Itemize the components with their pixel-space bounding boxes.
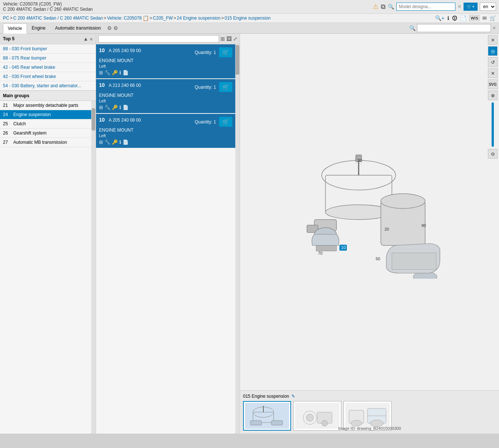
list-item[interactable]: 42 - 045 Rear wheel brake [0, 63, 96, 72]
circle-target-btn[interactable]: ◎ [488, 46, 498, 56]
filter-icon[interactable]: ⏼ [452, 15, 457, 21]
part-qty-row: Quantity: 1 🛒 [195, 82, 232, 92]
edit-icon[interactable]: ✎ [291, 394, 295, 399]
close-diagram-btn[interactable]: ✕ [488, 35, 498, 45]
zoom-slider[interactable] [492, 102, 494, 147]
tab-search-clear[interactable]: ✕ [492, 26, 496, 31]
bc-left: PC > C 200 4MATIC Sedan / C 260 4MATIC S… [3, 15, 271, 21]
svg-text:70: 70 [318, 251, 322, 255]
part-info-icon[interactable]: ℹ [119, 70, 121, 75]
top5-header: Top 5 ▲ « [0, 34, 96, 44]
model-search-input[interactable] [396, 3, 455, 11]
tab-search-icon[interactable]: 🔍 [409, 25, 416, 31]
part-key-icon[interactable]: 🔑 [112, 105, 118, 110]
tab-vehicle[interactable]: Vehicle [3, 23, 27, 34]
part-wrench-icon[interactable]: 🔧 [105, 139, 110, 145]
part-table-icon[interactable]: ⊞ [99, 70, 103, 75]
info-icon-bc[interactable]: ℹ [447, 15, 449, 21]
zoom-in-icon[interactable]: 🔍+ [435, 15, 444, 21]
tab-search-input[interactable] [417, 24, 491, 32]
table-view-icon[interactable]: ⊞ [221, 36, 225, 42]
tab-icon-gear1[interactable]: ⚙ [107, 25, 112, 31]
part-code: A 213 240 66 00 [109, 83, 141, 88]
expand-icon[interactable]: ⤢ [233, 36, 237, 42]
bc-engine-suspension[interactable]: 24 Engine suspension [177, 16, 221, 21]
diagram-area: 30 20 10 50 70 80 [240, 34, 499, 390]
right-toolbar: ✕ ◎ ↺ ✕ SVG ⊕ ⊖ [488, 35, 498, 159]
left-scrollbar-thumb[interactable] [92, 108, 95, 130]
list-item[interactable]: 25 Clutch [0, 119, 91, 129]
add-to-cart-button[interactable]: 🛒 [219, 117, 232, 127]
part-key-icon[interactable]: 🔑 [112, 70, 118, 75]
add-to-cart-button[interactable]: 🛒 [219, 47, 232, 57]
thumbnail-2[interactable] [293, 401, 341, 431]
tab-engine[interactable]: Engine [27, 23, 50, 33]
thumbnail-1[interactable] [243, 401, 291, 431]
part-table-icon[interactable]: ⊞ [99, 105, 103, 110]
list-item[interactable]: 54 - 030 Battery, starter and alternator… [0, 81, 96, 91]
part-wrench-icon[interactable]: 🔧 [105, 105, 110, 110]
bc-pc[interactable]: PC [3, 16, 9, 21]
cart-add-button[interactable]: 🛒+ [464, 3, 478, 11]
search-clear-icon[interactable]: ✕ [458, 4, 461, 9]
list-item[interactable]: 27 Automatic MB transmission [0, 138, 91, 147]
tab-icon-gear2[interactable]: ⚙ [113, 25, 118, 31]
part-info-icon[interactable]: ℹ [119, 139, 121, 145]
left-scrollbar[interactable] [91, 101, 96, 434]
part-item[interactable]: 10 A 213 240 66 00 Quantity: 1 🛒 ENGINE … [96, 79, 235, 113]
cross-btn[interactable]: ✕ [488, 68, 498, 78]
cart-icon-bc[interactable]: 🛒 [490, 15, 496, 21]
bc-c205-fw[interactable]: C205_FW [153, 16, 173, 21]
list-item[interactable]: 88 - 075 Rear bumper [0, 54, 96, 63]
warning-icon[interactable]: ⚠ [373, 3, 379, 11]
thumb-svg-3 [345, 403, 390, 429]
list-item[interactable]: 42 - 030 Front wheel brake [0, 72, 96, 81]
copy-icon[interactable]: ⧉ [381, 3, 386, 11]
part-position: 10 [99, 47, 105, 53]
part-desc: ENGINE MOUNT [99, 58, 232, 63]
list-item-active[interactable]: 24 Engine suspension [0, 110, 91, 119]
part-table-icon[interactable]: ⊞ [99, 139, 103, 145]
left-scroll-area: 21 Major assembly detachable parts 24 En… [0, 101, 96, 434]
bc-015-engine[interactable]: 015 Engine suspension [225, 16, 271, 21]
wis-icon[interactable]: WIS [469, 15, 479, 21]
bc-vehicle-model[interactable]: C 200 4MATIC Sedan / C 260 4MATIC Sedan [13, 16, 103, 21]
part-doc-icon[interactable]: 📄 [123, 105, 129, 110]
history-btn[interactable]: ↺ [488, 57, 498, 67]
part-item[interactable]: 10 A 205 240 08 00 Quantity: 1 🛒 ENGINE … [96, 114, 235, 148]
part-key-icon[interactable]: 🔑 [112, 139, 118, 145]
center-search-input[interactable] [98, 35, 219, 43]
list-item[interactable]: 21 Major assembly detachable parts [0, 101, 91, 110]
top5-double-arrow-btn[interactable]: « [90, 36, 93, 42]
part-doc-icon[interactable]: 📄 [123, 70, 129, 75]
top5-collapse-btn[interactable]: ▲ [83, 36, 88, 42]
center-scrollbar[interactable] [235, 44, 240, 434]
image-view-icon[interactable]: 🖼 [226, 36, 232, 42]
center-scrollbar-thumb[interactable] [236, 45, 239, 75]
image-id-label: Image ID: drawing_B24015000300 [338, 426, 401, 431]
part-sub: Left [99, 99, 232, 103]
bc-vehicle-id[interactable]: Vehicle: C205078 [107, 16, 142, 21]
mail-icon[interactable]: ✉ [482, 15, 487, 21]
part-icons: ⊞ 🔧 🔑 ℹ 📄 [99, 70, 232, 75]
top5-list: 88 - 030 Front bumper 88 - 075 Rear bump… [0, 44, 96, 91]
right-panel: ✕ ◎ ↺ ✕ SVG ⊕ ⊖ [240, 34, 499, 434]
zoom-in-diagram-btn[interactable]: ⊕ [488, 91, 498, 100]
bottom-title: 015 Engine suspension ✎ [243, 394, 496, 399]
part-doc-icon[interactable]: 📄 [123, 139, 129, 145]
doc-icon[interactable]: 📄 [460, 15, 466, 21]
svg-text:30: 30 [357, 158, 362, 163]
tab-automatic-transmission[interactable]: Automatic transmission [50, 23, 106, 33]
language-select[interactable]: en de [480, 3, 496, 11]
part-wrench-icon[interactable]: 🔧 [105, 70, 110, 75]
zoom-out-diagram-btn[interactable]: ⊖ [488, 149, 498, 159]
part-item[interactable]: 10 A 205 240 59 00 Quantity: 1 🛒 ENGINE … [96, 44, 235, 78]
svg-btn[interactable]: SVG [488, 79, 498, 89]
part-desc: ENGINE MOUNT [99, 128, 232, 133]
part-info-icon[interactable]: ℹ [119, 105, 121, 110]
list-item[interactable]: 26 Gearshift system [0, 129, 91, 138]
thumb-svg-2 [295, 403, 339, 429]
part-left: 10 A 205 240 59 00 [99, 47, 141, 53]
add-to-cart-button[interactable]: 🛒 [219, 82, 232, 92]
list-item[interactable]: 88 - 030 Front bumper [0, 44, 96, 54]
